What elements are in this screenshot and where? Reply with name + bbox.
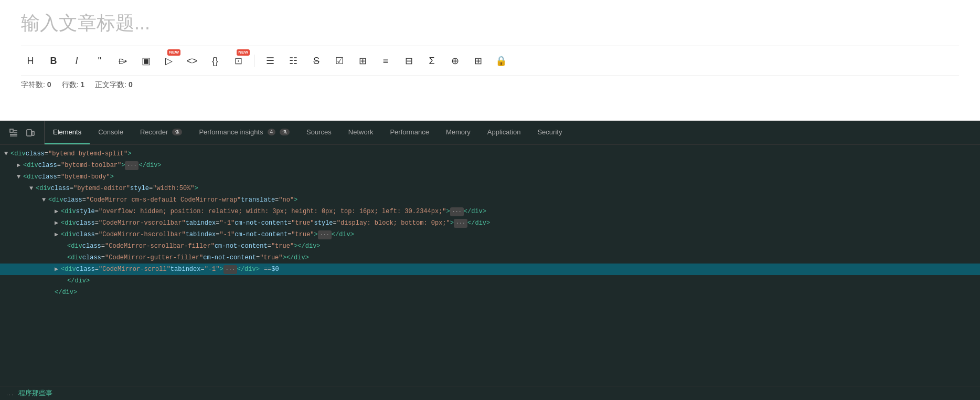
video-icon: ▷ bbox=[165, 55, 173, 67]
dom-row-5[interactable]: ▼ <div class = "CodeMirror cm-s-default … bbox=[0, 194, 980, 206]
triangle-2[interactable]: ▶ bbox=[17, 160, 22, 171]
quote-icon: " bbox=[98, 56, 101, 67]
image-btn[interactable]: ▣ bbox=[136, 51, 155, 70]
image-icon: ▣ bbox=[142, 55, 151, 67]
triangle-5[interactable]: ▼ bbox=[42, 195, 47, 205]
dom-row-3[interactable]: ▼ <div class = "bytemd-body" > bbox=[0, 171, 980, 183]
heading-btn[interactable]: H bbox=[21, 51, 40, 70]
lock-icon: 🔒 bbox=[495, 55, 507, 67]
quote-btn[interactable]: " bbox=[90, 51, 109, 70]
svg-rect-1 bbox=[27, 130, 31, 136]
tab-elements[interactable]: Elements bbox=[45, 121, 90, 144]
editor-area: 输入文章标题... H B I " ⌲ ▣ ▷ NEW <> {} bbox=[0, 0, 980, 121]
formula-icon: Σ bbox=[429, 56, 434, 67]
dom-row-2[interactable]: ▶ <div class = "bytemd-toolbar" > ··· </… bbox=[0, 160, 980, 171]
dots-5[interactable]: ··· bbox=[223, 265, 237, 274]
triangle-8[interactable]: ▶ bbox=[55, 229, 60, 240]
inspect-element-btn[interactable] bbox=[6, 125, 21, 140]
word-count: 正文字数: 0 bbox=[95, 80, 133, 90]
ordered-list-icon: ☷ bbox=[289, 55, 297, 67]
dots-3[interactable]: ··· bbox=[454, 219, 467, 228]
tab-security[interactable]: Security bbox=[529, 121, 570, 144]
card-btn[interactable]: ⊟ bbox=[399, 51, 418, 70]
line-count: 行数: 1 bbox=[62, 80, 85, 90]
triangle-11[interactable]: ▶ bbox=[55, 264, 60, 275]
new-badge-video: NEW bbox=[167, 49, 180, 56]
code-block-btn[interactable]: {} bbox=[206, 51, 225, 70]
mindmap-btn[interactable]: ⊞ bbox=[468, 51, 487, 70]
dom-row-9[interactable]: <div class = "CodeMirror-scrollbar-fille… bbox=[0, 240, 980, 252]
heading-icon: H bbox=[27, 56, 34, 67]
svg-rect-2 bbox=[32, 131, 34, 135]
tab-console[interactable]: Console bbox=[90, 121, 132, 144]
devtools-content: ▼ <div class = "bytemd bytemd-split" > ▶… bbox=[0, 145, 980, 386]
dom-row-4[interactable]: ▼ <div class = "bytemd-editor" style = "… bbox=[0, 183, 980, 194]
dom-row-6[interactable]: ▶ <div style = "overflow: hidden; positi… bbox=[0, 206, 980, 217]
triangle-6[interactable]: ▶ bbox=[55, 206, 60, 217]
dom-row-7[interactable]: ▶ <div class = "CodeMirror-vscrollbar" t… bbox=[0, 217, 980, 229]
devtools-bottom-bar: ... 程序那些事 bbox=[0, 386, 980, 400]
bottom-dots[interactable]: ... bbox=[6, 390, 14, 396]
align-icon: ≡ bbox=[383, 56, 389, 67]
toolbar: H B I " ⌲ ▣ ▷ NEW <> {} ⊡ NEW bbox=[21, 46, 959, 76]
special-table-btn[interactable]: ⊡ NEW bbox=[229, 51, 248, 70]
tab-network[interactable]: Network bbox=[340, 121, 382, 144]
new-badge-special: NEW bbox=[237, 49, 250, 56]
devtools-tabbar: Elements Console Recorder ⚗ Performance … bbox=[0, 121, 980, 145]
watermark: 程序那些事 bbox=[18, 388, 52, 398]
strikethrough-btn[interactable]: S bbox=[307, 51, 326, 70]
video-btn[interactable]: ▷ NEW bbox=[159, 51, 178, 70]
special-table-icon: ⊡ bbox=[235, 55, 242, 67]
mindmap-icon: ⊞ bbox=[474, 55, 482, 67]
device-mode-btn[interactable] bbox=[23, 125, 38, 140]
dom-row-8[interactable]: ▶ <div class = "CodeMirror-hscrollbar" t… bbox=[0, 229, 980, 240]
recorder-badge: ⚗ bbox=[172, 129, 182, 135]
devtools-panel: Elements Console Recorder ⚗ Performance … bbox=[0, 121, 980, 400]
security-label: Security bbox=[537, 128, 562, 136]
lock-btn[interactable]: 🔒 bbox=[492, 51, 510, 70]
code-inline-btn[interactable]: <> bbox=[183, 51, 201, 70]
tab-application[interactable]: Application bbox=[479, 121, 529, 144]
dom-row-13[interactable]: </div> bbox=[0, 287, 980, 298]
dots-4[interactable]: ··· bbox=[318, 230, 332, 239]
char-count: 字符数: 0 bbox=[21, 80, 51, 90]
device-mode-icon bbox=[26, 129, 35, 137]
ordered-list-btn[interactable]: ☷ bbox=[284, 51, 303, 70]
unordered-list-btn[interactable]: ☰ bbox=[261, 51, 280, 70]
org-chart-btn[interactable]: ⊕ bbox=[445, 51, 464, 70]
triangle-1[interactable]: ▼ bbox=[4, 149, 9, 159]
triangle-7[interactable]: ▶ bbox=[55, 218, 60, 228]
svg-rect-0 bbox=[10, 129, 13, 132]
triangle-3[interactable]: ▼ bbox=[17, 172, 22, 182]
performance-insights-badge: 4 bbox=[268, 129, 276, 135]
table-btn[interactable]: ⊞ bbox=[353, 51, 372, 70]
tab-performance-insights[interactable]: Performance insights 4 ⚗ bbox=[190, 121, 298, 144]
unordered-list-icon: ☰ bbox=[266, 55, 274, 67]
editor-title[interactable]: 输入文章标题... bbox=[21, 10, 959, 36]
align-btn[interactable]: ≡ bbox=[376, 51, 395, 70]
strikethrough-icon: S bbox=[313, 56, 319, 67]
italic-btn[interactable]: I bbox=[67, 51, 86, 70]
elements-panel: ▼ <div class = "bytemd bytemd-split" > ▶… bbox=[0, 145, 980, 386]
org-chart-icon: ⊕ bbox=[451, 55, 459, 67]
equals-dollar-0: == bbox=[264, 264, 271, 275]
bold-btn[interactable]: B bbox=[44, 51, 63, 70]
dots-1[interactable]: ··· bbox=[125, 161, 139, 170]
link-btn[interactable]: ⌲ bbox=[113, 51, 132, 70]
tab-performance[interactable]: Performance bbox=[381, 121, 437, 144]
dom-row-11[interactable]: ▶ <div class = "CodeMirror-scroll" tabin… bbox=[0, 264, 980, 275]
dom-row-12[interactable]: </div> bbox=[0, 275, 980, 287]
toolbar-divider-1 bbox=[254, 55, 254, 67]
triangle-4[interactable]: ▼ bbox=[29, 183, 35, 194]
status-bar: 字符数: 0 行数: 1 正文字数: 0 bbox=[21, 76, 959, 90]
task-list-btn[interactable]: ☑ bbox=[330, 51, 349, 70]
dots-2[interactable]: ··· bbox=[450, 207, 464, 216]
tab-recorder[interactable]: Recorder ⚗ bbox=[132, 121, 190, 144]
formula-btn[interactable]: Σ bbox=[422, 51, 441, 70]
dom-row-10[interactable]: <div class = "CodeMirror-gutter-filler" … bbox=[0, 252, 980, 264]
code-block-icon: {} bbox=[212, 56, 218, 67]
tab-sources[interactable]: Sources bbox=[298, 121, 340, 144]
card-icon: ⊟ bbox=[405, 55, 413, 67]
dom-row-1[interactable]: ▼ <div class = "bytemd bytemd-split" > bbox=[0, 148, 980, 160]
tab-memory[interactable]: Memory bbox=[438, 121, 479, 144]
